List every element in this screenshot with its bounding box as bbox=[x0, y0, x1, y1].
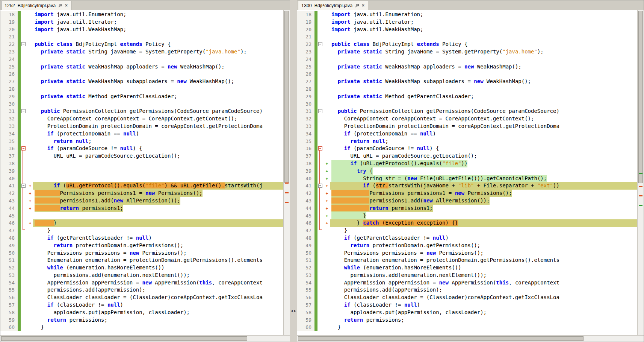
left-panel: 1252_BdjPolicyImpl.java ✕ 18import java.… bbox=[0, 0, 290, 342]
line-number: 34 bbox=[0, 130, 18, 138]
code-line: 33 ProtectionDomain protectionDomain = c… bbox=[0, 123, 283, 130]
code-text: } bbox=[330, 324, 637, 331]
splitter-collapse-right-icon[interactable]: ► bbox=[294, 309, 297, 313]
code-text: if (classLoader != null) bbox=[330, 301, 637, 309]
right-vertical-scrollbar[interactable] bbox=[637, 10, 644, 335]
diff-highlight: if (uRL.getProtocol().equals("file")) bbox=[331, 160, 467, 167]
code-text bbox=[330, 70, 637, 78]
close-icon[interactable]: ✕ bbox=[361, 4, 364, 8]
right-code-editor[interactable]: 18import java.util.Enumeration;19import … bbox=[297, 10, 637, 335]
line-number: 46 bbox=[297, 219, 314, 227]
line-number: 41 bbox=[297, 182, 314, 190]
token: ProtectionDomain protectionDomain = core… bbox=[35, 123, 263, 129]
code-text: public PermissionCollection getPermissio… bbox=[33, 108, 283, 115]
token: new bbox=[439, 280, 449, 286]
diff-highlight: } catch (Exception exception) {} bbox=[331, 219, 458, 227]
code-text: } bbox=[33, 219, 283, 227]
code-text bbox=[33, 85, 283, 93]
pin-icon[interactable] bbox=[355, 3, 359, 8]
token: return bbox=[369, 205, 389, 211]
fold-toggle[interactable] bbox=[318, 146, 322, 150]
fold-margin bbox=[317, 26, 324, 33]
diff-highlight: } bbox=[331, 212, 366, 220]
fold-margin bbox=[21, 26, 27, 33]
token: "java.home" bbox=[206, 49, 240, 55]
code-line: 24 bbox=[0, 56, 283, 63]
token: public bbox=[331, 41, 351, 47]
diff-stripe-mark[interactable] bbox=[285, 192, 289, 193]
diff-margin bbox=[324, 123, 330, 130]
left-file-tab[interactable]: 1252_BdjPolicyImpl.java ✕ bbox=[1, 1, 71, 10]
code-line: 19import java.util.Iterator; bbox=[297, 18, 637, 26]
scrollbar-corner bbox=[283, 336, 290, 342]
code-line: 49 return protectionDomain.getPermission… bbox=[297, 242, 637, 249]
diff-stripe-mark[interactable] bbox=[285, 182, 289, 184]
fold-toggle[interactable] bbox=[318, 109, 322, 113]
token: null bbox=[120, 145, 133, 151]
fold-toggle[interactable] bbox=[318, 42, 322, 46]
token bbox=[35, 64, 41, 70]
fold-toggle[interactable] bbox=[318, 184, 322, 188]
splitter-collapse-left-icon[interactable]: ◄ bbox=[290, 309, 293, 313]
code-text: if (uRL.getProtocol().equals("file") && … bbox=[33, 182, 283, 190]
scrollbar-thumb[interactable] bbox=[298, 336, 584, 341]
right-horizontal-scrollbar[interactable] bbox=[297, 336, 637, 342]
fold-toggle[interactable] bbox=[21, 146, 26, 150]
left-vertical-scrollbar[interactable] bbox=[283, 10, 290, 335]
token: if bbox=[47, 235, 54, 241]
code-line: 31 public PermissionCollection getPermis… bbox=[0, 108, 283, 115]
fold-toggle[interactable] bbox=[21, 184, 26, 188]
fold-margin bbox=[317, 286, 324, 294]
fold-margin bbox=[317, 48, 324, 56]
diff-changed-icon: ✚ bbox=[27, 205, 33, 212]
panel-splitter[interactable]: ◄ ► bbox=[290, 0, 297, 342]
right-file-tab[interactable]: 1300_BdjPolicyImpl.java ✕ bbox=[298, 1, 368, 10]
fold-margin bbox=[317, 257, 324, 264]
code-text: try { bbox=[330, 167, 637, 175]
code-text: URL uRL = paramCodeSource.getLocation(); bbox=[33, 152, 283, 160]
line-number: 34 bbox=[297, 130, 314, 138]
line-number: 23 bbox=[297, 48, 314, 56]
vcs-added-bar bbox=[18, 249, 21, 257]
left-code-editor[interactable]: 18import java.util.Enumeration;19import … bbox=[0, 10, 283, 335]
diff-stripe-mark[interactable] bbox=[639, 205, 642, 206]
token: permissions.add(appPermission); bbox=[35, 287, 145, 293]
line-number: 30 bbox=[0, 100, 18, 108]
token: WeakHashMap(); bbox=[484, 78, 531, 84]
token: WeakHashMap apploaders = bbox=[382, 64, 464, 70]
diff-changed-icon: ✚ bbox=[324, 197, 330, 205]
vcs-added-bar bbox=[314, 78, 317, 85]
scrollbar-thumb[interactable] bbox=[1, 336, 247, 341]
line-number: 42 bbox=[297, 190, 314, 197]
token: static bbox=[66, 49, 85, 55]
diff-stripe-mark[interactable] bbox=[639, 173, 642, 174]
diff-stripe-mark[interactable] bbox=[639, 186, 642, 187]
diff-margin bbox=[27, 175, 33, 182]
token: ) bbox=[417, 302, 420, 308]
left-horizontal-scrollbar[interactable] bbox=[0, 336, 283, 342]
diff-margin bbox=[27, 272, 33, 279]
fold-margin bbox=[21, 115, 27, 123]
diff-margin bbox=[27, 78, 33, 85]
diff-margin bbox=[324, 294, 330, 301]
fold-toggle[interactable] bbox=[21, 42, 26, 46]
diff-stripe-mark[interactable] bbox=[285, 202, 289, 203]
scrollbar-thumb[interactable] bbox=[638, 11, 643, 183]
diff-changed-icon: ✚ bbox=[324, 219, 330, 227]
diff-margin bbox=[27, 316, 33, 324]
token: WeakHashMap(); bbox=[187, 78, 234, 84]
line-number: 53 bbox=[0, 272, 18, 279]
line-number: 41 bbox=[0, 182, 18, 190]
pin-icon[interactable] bbox=[58, 3, 62, 8]
token: null bbox=[136, 235, 149, 241]
close-icon[interactable]: ✕ bbox=[65, 4, 68, 8]
token bbox=[35, 78, 41, 84]
token: uRL.getProtocol().equals( bbox=[66, 182, 145, 188]
scrollbar-thumb[interactable] bbox=[284, 11, 289, 183]
token: if bbox=[351, 160, 357, 166]
diff-stripe-mark[interactable] bbox=[639, 195, 642, 196]
fold-toggle[interactable] bbox=[21, 109, 26, 113]
vcs-added-bar bbox=[18, 63, 21, 71]
code-line: 54 AppPermission appPermission = new App… bbox=[297, 279, 637, 287]
code-line: 26 bbox=[297, 70, 637, 78]
